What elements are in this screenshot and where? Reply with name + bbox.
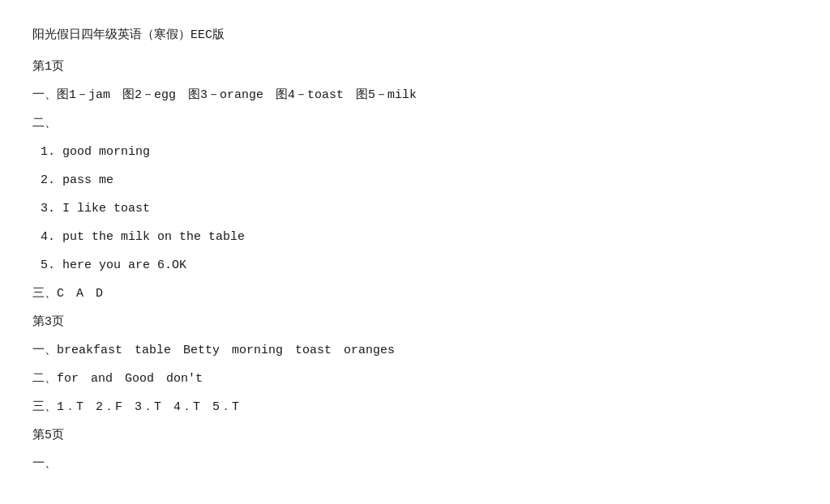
page3-section-3: 三、1．T 2．F 3．T 4．T 5．T	[32, 396, 762, 418]
section-1-label: 一、	[32, 88, 57, 102]
page-3-label: 第3页	[32, 311, 762, 333]
list-item-3: 3. I like toast	[32, 198, 762, 220]
section-3-label: 三、	[32, 287, 57, 301]
page-3-section: 第3页 一、breakfast table Betty morning toas…	[32, 311, 762, 418]
page3-section-2-content: for and Good don't	[57, 372, 203, 386]
section-2-label: 二、	[32, 117, 57, 130]
page3-section-2: 二、for and Good don't	[32, 368, 762, 390]
document-title: 阳光假日四年级英语（寒假）EEC版	[32, 24, 762, 46]
page5-section-1-label: 一、	[32, 457, 57, 471]
list-item-4: 4. put the milk on the table	[32, 226, 762, 248]
page-1-label: 第1页	[32, 56, 762, 78]
page5-section-1: 一、	[32, 453, 762, 475]
page-1-section: 第1页 一、图1－jam 图2－egg 图3－orange 图4－toast 图…	[32, 56, 762, 305]
section-2-header: 二、	[32, 113, 762, 135]
section-3-content: C A D	[57, 287, 103, 301]
page3-section-2-label: 二、	[32, 372, 57, 386]
section-1-header: 一、图1－jam 图2－egg 图3－orange 图4－toast 图5－mi…	[32, 84, 762, 106]
section-3-header: 三、C A D	[32, 283, 762, 305]
page3-section-1-content: breakfast table Betty morning toast oran…	[57, 344, 395, 357]
main-content: 阳光假日四年级英语（寒假）EEC版 第1页 一、图1－jam 图2－egg 图3…	[32, 16, 762, 475]
list-item-1: 1. good morning	[32, 141, 762, 163]
page3-section-1: 一、breakfast table Betty morning toast or…	[32, 340, 762, 361]
page3-section-3-label: 三、	[32, 400, 57, 414]
list-item-5: 5. here you are 6.OK	[32, 254, 762, 276]
page-5-section: 第5页 一、	[32, 425, 762, 475]
page-5-label: 第5页	[32, 425, 762, 446]
section-1-content: 图1－jam 图2－egg 图3－orange 图4－toast 图5－milk	[57, 88, 417, 102]
list-item-2: 2. pass me	[32, 169, 762, 191]
page3-section-3-content: 1．T 2．F 3．T 4．T 5．T	[57, 400, 239, 414]
page3-section-1-label: 一、	[32, 344, 57, 357]
